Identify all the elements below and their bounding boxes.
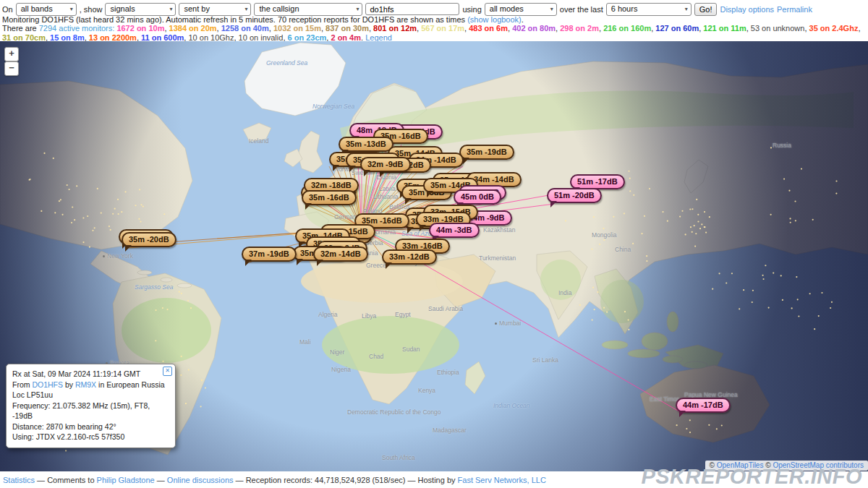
monitor-count: 1384 on 20m [169, 24, 217, 33]
show-label: , show [80, 5, 103, 14]
monitor-count: 216 on 160m [603, 24, 651, 33]
statistics-link[interactable]: Statistics [3, 476, 35, 484]
show-logbook-link[interactable]: (show logbook) [467, 15, 522, 24]
using-label: using [462, 5, 481, 14]
text: — Comments to [35, 476, 97, 484]
on-label: On [2, 5, 13, 14]
close-icon[interactable]: ✕ [163, 367, 172, 376]
monitor-count: 1672 on 10m [116, 24, 164, 33]
popup-distance-line: Distance: 2870 km bearing 42° [12, 421, 169, 432]
footer-parts: Statistics — Comments to Philip Gladston… [3, 476, 546, 484]
signal-report-balloon[interactable]: 51m -20dB [547, 188, 602, 203]
pskreporter-app: On all bands▾ , show signals▾ sent by▾ t… [0, 0, 868, 488]
chevron-down-icon: ▾ [65, 6, 73, 12]
monitor-count: 1258 on 40m [221, 24, 269, 33]
text: . [522, 15, 524, 24]
monitoring-status-line: Monitoring DO1HFS (last heard 32 mins ag… [2, 15, 866, 24]
monitor-count: 121 on 11m [703, 24, 746, 33]
signal-report-balloon[interactable]: 35m -13dB [339, 137, 393, 152]
signal-report-balloon[interactable]: 32m -9dB [360, 157, 411, 172]
modes-select[interactable]: all modes▾ [485, 3, 557, 16]
sentby-select[interactable]: sent by▾ [179, 3, 251, 16]
hosting-link[interactable]: Fast Serv Networks, LLC [458, 476, 546, 484]
signal-report-balloon[interactable]: 32m -14dB [313, 247, 368, 262]
signal-report-balloon[interactable]: 44m -17dB [676, 398, 731, 413]
signal-report-balloon[interactable]: 33m -12dB [382, 249, 437, 265]
overlast-label: over the last [560, 5, 603, 14]
signal-report-balloon[interactable]: 45m 0dB [454, 189, 501, 205]
zoom-in-button[interactable]: + [4, 47, 19, 61]
hours-select[interactable]: 6 hours▾ [606, 3, 692, 16]
monitor-count: 567 on 17m [421, 24, 464, 33]
active-monitors-line: There are 7294 active monitors: 1672 on … [2, 24, 866, 43]
signal-report-balloon[interactable]: 35m -20dB [122, 232, 176, 247]
monitor-count: 801 on 12m [373, 24, 417, 33]
receiver-callsign-link[interactable]: RM9X [75, 380, 96, 389]
monitor-count: 837 on 30m [326, 24, 369, 33]
signal-report-balloon[interactable]: 44m -3dB [429, 223, 480, 238]
sender-callsign-link[interactable]: DO1HFS [32, 380, 63, 389]
monitor-count: 1032 on 15m [273, 24, 321, 33]
reception-records-text: — Reception records: 44,718,524,928 (518… [234, 476, 458, 484]
chevron-down-icon: ▾ [164, 6, 172, 12]
author-link[interactable]: Philip Gladstone [97, 476, 155, 484]
text: — [155, 476, 167, 484]
monitor-count: 53 on unknown [751, 24, 805, 33]
text: by [63, 380, 75, 389]
chevron-down-icon: ▾ [545, 6, 553, 12]
reception-report-popup: ✕ Rx at Sat, 09 Mar 2024 11:19:14 GMT Fr… [6, 364, 176, 448]
popup-using-line: Using: JTDX v2.2.160-rc5 57f350 [12, 432, 169, 442]
monitor-count: 483 on 6m [469, 24, 508, 33]
query-toolbar: On all bands▾ , show signals▾ sent by▾ t… [0, 0, 868, 17]
chevron-down-icon: ▾ [351, 6, 359, 12]
signal-report-balloon[interactable]: 35m -16dB [302, 190, 357, 205]
text: There are [2, 24, 39, 33]
permalink-link[interactable]: Permalink [777, 5, 812, 14]
chevron-down-icon: ▾ [239, 6, 247, 12]
text: From [12, 380, 32, 389]
signal-report-balloon[interactable]: 37m -19dB [242, 247, 297, 262]
callsign-mode-select[interactable]: the callsign▾ [254, 3, 362, 16]
go-button[interactable]: Go! [694, 3, 718, 16]
display-options-link[interactable]: Display options [720, 5, 774, 14]
monitor-counts: 1672 on 10m, 1384 on 20m, 1258 on 40m, 1… [2, 24, 860, 42]
callsign-input[interactable] [365, 3, 459, 15]
popup-rx-line: Rx at Sat, 09 Mar 2024 11:19:14 GMT [12, 369, 169, 380]
band-select[interactable]: all bands▾ [16, 3, 77, 16]
monitor-total: 7294 active monitors: [39, 24, 117, 33]
signal-report-balloon[interactable]: 35m -19dB [459, 145, 514, 160]
signals-select[interactable]: signals▾ [105, 3, 176, 16]
popup-frequency-line: Frequency: 21.075.382 MHz (15m), FT8, -1… [12, 401, 169, 421]
monitor-count: 35 on 2.4Ghz [809, 24, 859, 33]
signal-report-balloon[interactable]: 51m -17dB [570, 174, 625, 189]
chevron-down-icon: ▾ [680, 6, 688, 12]
separator: , [858, 24, 860, 33]
monitor-count: 127 on 60m [655, 24, 699, 33]
monitoring-text: Monitoring DO1HFS (last heard 32 mins ag… [2, 15, 467, 24]
zoom-out-button[interactable]: − [4, 61, 19, 76]
discussions-link[interactable]: Online discussions [167, 476, 234, 484]
pskreporter-watermark: PSKREPORTER.INFO [641, 465, 862, 488]
monitor-count: 402 on 80m [512, 24, 556, 33]
popup-from-line: From DO1HFS by RM9X in European Russia L… [12, 380, 169, 401]
monitor-count: 298 on 2m [560, 24, 599, 33]
